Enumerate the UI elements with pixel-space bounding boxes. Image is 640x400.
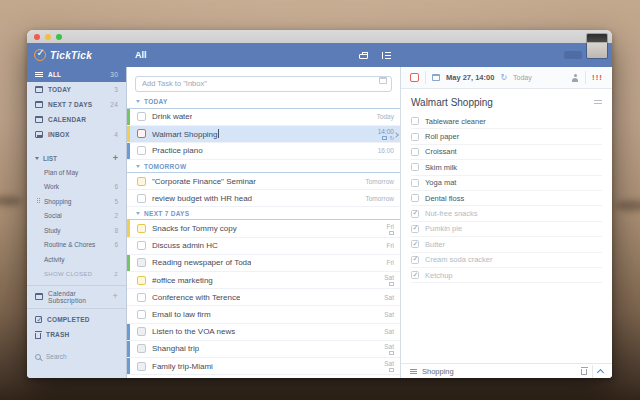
task-checkbox[interactable] [137,112,146,121]
checklist-checkbox[interactable] [411,194,419,202]
task-row[interactable]: Discuss admin HC Fri [127,238,400,255]
add-task-input[interactable] [135,76,392,92]
list-section-header[interactable]: LIST + [27,151,126,165]
checklist-item[interactable]: Tableware cleaner [411,114,602,129]
sidebar-list-plan-of-may[interactable]: Plan of May [27,165,126,180]
checklist-checkbox[interactable] [411,117,419,125]
task-row[interactable]: Family trip-Miami Sat [127,358,400,375]
zoom-window-button[interactable] [56,34,62,40]
task-row-selected[interactable]: Walmart Shopping 14:00 ↻ [127,126,400,143]
task-checkbox[interactable] [137,362,146,371]
checklist-checkbox[interactable] [411,133,419,141]
checklist-item-checked[interactable]: Ketchup [411,268,602,283]
sidebar-item-next7days[interactable]: NEXT 7 DAYS 24 [27,97,126,112]
checklist-checkbox[interactable] [411,240,419,248]
drag-handle-icon[interactable] [37,198,41,205]
section-header-tomorrow[interactable]: TOMORROW [127,160,400,173]
search-input[interactable]: Search [27,349,126,364]
task-row[interactable]: Email to law firm Sat [127,306,400,323]
date-icon[interactable] [432,74,440,81]
task-title: Discuss admin HC [152,241,218,250]
checklist-checkbox[interactable] [411,163,419,171]
open-detail-chevron-icon[interactable] [393,132,399,138]
sidebar-list-social[interactable]: Social 2 [27,209,126,224]
checklist-item[interactable]: Dental floss [411,191,602,206]
section-header-today[interactable]: TODAY [127,96,400,109]
checklist-item-checked[interactable]: Pumkin pie [411,222,602,237]
section-header-next7days[interactable]: NEXT 7 DAYS [127,207,400,220]
assign-icon[interactable] [571,74,579,82]
sidebar-list-routine-chores[interactable]: Routine & Chores 6 [27,238,126,253]
checklist-checkbox[interactable] [411,256,419,264]
priority-color-bar [127,126,130,142]
task-checkbox[interactable] [137,258,146,267]
minimize-window-button[interactable] [45,34,51,40]
detail-checkbox-high-priority[interactable] [410,73,419,82]
sidebar-item-trash[interactable]: TRASH [27,327,126,342]
sidebar-item-inbox[interactable]: INBOX 4 [27,127,126,142]
checklist-item[interactable]: Croissant [411,145,602,160]
task-row[interactable]: Shanghai trip Sat [127,341,400,358]
sidebar-item-calendar-subscription[interactable]: Calendar Subscription + [27,289,126,304]
sidebar-item-all[interactable]: ALL 30 [27,67,126,82]
task-row[interactable]: review budget with HR head Tomorrow [127,190,400,207]
task-row[interactable]: Drink water Today [127,109,400,126]
checklist-item[interactable]: Skim milk [411,160,602,175]
checklist-checkbox[interactable] [411,179,419,187]
task-row[interactable]: Listen to the VOA news Sat [127,324,400,341]
delete-task-icon[interactable] [581,369,587,375]
collapse-panel-chevron-icon[interactable] [597,368,604,375]
sync-icon[interactable] [564,51,582,59]
task-row[interactable]: Snacks for Tommy copy Fri [127,220,400,237]
task-checkbox[interactable] [137,327,146,336]
task-checkbox[interactable] [137,293,146,302]
sidebar-item-today[interactable]: TODAY 3 [27,82,126,97]
task-checkbox[interactable] [137,276,146,285]
checklist-item-checked[interactable]: Cream soda cracker [411,253,602,268]
task-checkbox[interactable] [137,177,146,186]
sidebar-list-shopping[interactable]: Shopping 5 [27,194,126,209]
checklist-checkbox[interactable] [411,225,419,233]
window-titlebar[interactable] [27,30,612,43]
sidebar-item-calendar[interactable]: CALENDAR [27,112,126,127]
task-checkbox[interactable] [137,146,146,155]
show-closed-toggle[interactable]: SHOW CLOSED 2 [27,267,126,282]
task-detail-title[interactable]: Walmart Shopping [411,97,493,108]
task-row[interactable]: Practice piano 16:00 [127,143,400,160]
task-row[interactable]: "Corporate Finance" Seminar Tomorrow [127,173,400,190]
repeat-icon[interactable]: ↻ [500,74,507,82]
checklist-item-checked[interactable]: Nut-free snacks [411,206,602,221]
checklist-item-checked[interactable]: Butter [411,237,602,252]
task-checkbox-high-priority[interactable] [137,129,146,138]
add-subscription-button[interactable]: + [113,292,118,301]
task-row[interactable]: Reading newspaper of Toda Fri [127,255,400,272]
checklist-menu-icon[interactable] [594,100,602,105]
sort-icon[interactable] [382,52,391,59]
task-date-icon[interactable] [379,77,387,84]
task-row[interactable]: Conference with Terence Sat [127,289,400,306]
sidebar-item-completed[interactable]: COMPLETED [27,312,126,327]
task-row[interactable]: #office marketing Sat [127,272,400,289]
task-checkbox[interactable] [137,310,146,319]
checklist-item[interactable]: Yoga mat [411,176,602,191]
add-list-button[interactable]: + [113,154,118,163]
print-icon[interactable] [359,54,368,59]
task-checkbox[interactable] [137,241,146,250]
checklist-checkbox[interactable] [411,148,419,156]
sidebar-list-study[interactable]: Study 8 [27,223,126,238]
checklist-checkbox[interactable] [411,271,419,279]
task-checkbox[interactable] [137,224,146,233]
checklist-checkbox[interactable] [411,210,419,218]
checklist-item[interactable]: Roll paper [411,129,602,144]
avatar[interactable] [587,34,607,58]
sidebar-list-work[interactable]: Work 6 [27,180,126,195]
task-title: Conference with Terence [152,293,240,302]
priority-marks[interactable]: !!! [592,73,603,82]
task-checkbox[interactable] [137,194,146,203]
sidebar-list-activity[interactable]: Activity [27,252,126,267]
background-shape [616,200,640,211]
due-date[interactable]: May 27, 14:00 [446,73,494,82]
task-checkbox[interactable] [137,344,146,353]
close-window-button[interactable] [34,34,40,40]
task-list-selector[interactable]: Shopping [422,367,454,376]
